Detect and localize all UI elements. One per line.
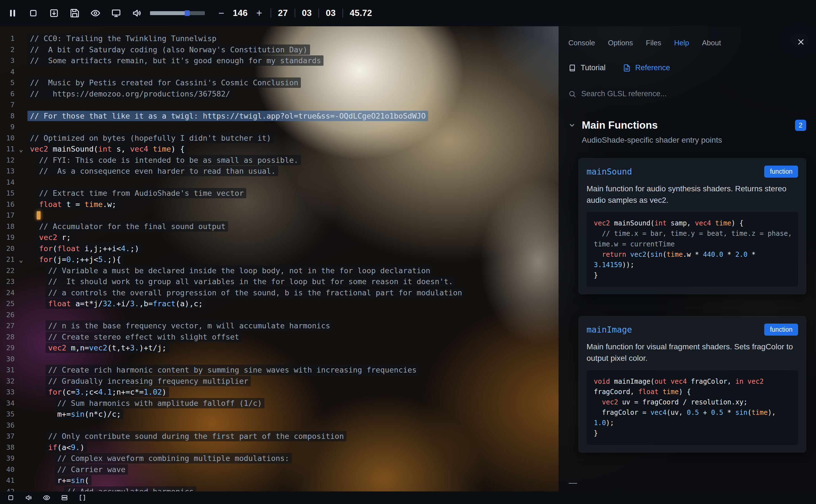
code-line-21[interactable]: 21⌄ for(j=0.;++j<5.;){ bbox=[0, 254, 559, 265]
preview-button[interactable] bbox=[85, 0, 106, 26]
search-icon bbox=[568, 90, 576, 98]
code-line-16[interactable]: 16 float t = time.w; bbox=[0, 199, 559, 210]
section-subtitle: AudioShade-specific shader entry points bbox=[582, 136, 806, 145]
panel-nav-console[interactable]: Console bbox=[568, 39, 595, 47]
code-line-31[interactable]: 31 // Create rich harmonic content by su… bbox=[0, 364, 559, 376]
volume-icon bbox=[25, 494, 32, 501]
tempo-increase-button[interactable]: + bbox=[251, 0, 267, 26]
save-button[interactable] bbox=[64, 0, 85, 26]
panel-nav: ConsoleOptionsFilesHelpAbout bbox=[568, 26, 806, 47]
code-line-30[interactable]: 30 bbox=[0, 354, 559, 365]
reference-card-mainImage: mainImagefunctionMain function for visua… bbox=[579, 316, 806, 452]
code-line-11[interactable]: 11⌄vec2 mainSound(int s, vec4 time) { bbox=[0, 143, 559, 155]
tempo-decrease-button[interactable]: − bbox=[213, 0, 229, 26]
code-line-3[interactable]: 3// Some artifacts remain, but it's good… bbox=[0, 55, 559, 66]
chevron-down-icon[interactable] bbox=[568, 122, 576, 129]
eye-icon bbox=[43, 494, 50, 501]
code-line-39[interactable]: 39 // Complex waveform combining multipl… bbox=[0, 453, 559, 464]
code-line-33[interactable]: 33 for(c=3.;c<4.1;n+=c*=1.02) bbox=[0, 387, 559, 398]
panel-nav-help[interactable]: Help bbox=[674, 39, 689, 47]
panel-nav-about[interactable]: About bbox=[702, 39, 721, 47]
stop-button-bottom[interactable] bbox=[3, 491, 18, 504]
code-line-37[interactable]: 37 // Only contribute sound during the f… bbox=[0, 431, 559, 442]
code-line-10[interactable]: 10// Optimized on bytes (hopefully I did… bbox=[0, 133, 559, 144]
toolbar-divider bbox=[270, 9, 271, 18]
code-line-12[interactable]: 12 // FYI: This code is intended to be a… bbox=[0, 155, 559, 166]
stop-icon bbox=[28, 8, 38, 18]
code-editor[interactable]: 1// CC0: Trailing the Twinkling Tunnelwi… bbox=[0, 26, 559, 491]
audio-button-bottom[interactable] bbox=[21, 491, 36, 504]
code-line-42[interactable]: 42 // Add accumulated harmonics bbox=[0, 486, 559, 492]
search-box[interactable] bbox=[568, 90, 806, 98]
code-line-34[interactable]: 34 // Sum harmonics with amplitude fallo… bbox=[0, 398, 559, 409]
volume-slider[interactable] bbox=[150, 11, 205, 15]
code-line-20[interactable]: 20 for(float i,j;++i<4.;) bbox=[0, 243, 559, 254]
pause-button[interactable] bbox=[2, 0, 23, 26]
panel-nav-files[interactable]: Files bbox=[646, 39, 661, 47]
tab-tutorial[interactable]: Tutorial bbox=[568, 63, 606, 72]
stop-icon bbox=[7, 494, 15, 501]
volume-slider-fill bbox=[150, 11, 187, 15]
file-text-icon bbox=[623, 64, 631, 72]
code-brackets-icon bbox=[79, 494, 86, 501]
preview-button-bottom[interactable] bbox=[39, 491, 54, 504]
code-line-4[interactable]: 4 bbox=[0, 66, 559, 77]
code-line-28[interactable]: 28 // Create stereo effect with slight o… bbox=[0, 331, 559, 343]
code-line-7[interactable]: 7 bbox=[0, 99, 559, 110]
code-line-22[interactable]: 22 // Variable a must be declared inside… bbox=[0, 265, 559, 276]
code-line-26[interactable]: 26 bbox=[0, 309, 559, 321]
section-count-badge: 2 bbox=[795, 120, 806, 131]
stop-button[interactable] bbox=[23, 0, 44, 26]
code-line-1[interactable]: 1// CC0: Trailing the Twinkling Tunnelwi… bbox=[0, 33, 559, 44]
code-line-18[interactable]: 18 // Accumulator for the final sound ou… bbox=[0, 221, 559, 232]
time-beat-value: 03 bbox=[302, 8, 312, 18]
code-line-35[interactable]: 35 m+=sin(n*c)/c; bbox=[0, 409, 559, 420]
code-line-2[interactable]: 2// A bit of Saturday coding (also Norwa… bbox=[0, 44, 559, 55]
reference-card-mainSound: mainSoundfunctionMain function for audio… bbox=[579, 158, 806, 294]
code-line-5[interactable]: 5// Music by Pestis created for Cassini'… bbox=[0, 77, 559, 88]
display-button[interactable] bbox=[106, 0, 126, 26]
code-line-9[interactable]: 9 bbox=[0, 121, 559, 133]
eye-icon bbox=[90, 8, 100, 18]
code-line-41[interactable]: 41 r+=sin( bbox=[0, 475, 559, 486]
volume-slider-thumb[interactable] bbox=[185, 10, 190, 16]
time-phase-value: 03 bbox=[326, 8, 335, 18]
toolbar-divider bbox=[342, 9, 343, 18]
export-icon bbox=[49, 8, 59, 18]
close-panel-button[interactable] bbox=[796, 37, 805, 47]
code-line-17[interactable]: 17 bbox=[0, 210, 559, 221]
code-line-25[interactable]: 25 float a=t*j/32.+i/3.,b=fract(a),c; bbox=[0, 298, 559, 309]
panel-resize-handle[interactable]: — bbox=[569, 478, 577, 487]
code-line-23[interactable]: 23 // It should work to group all variab… bbox=[0, 276, 559, 287]
section-title: Main Functions bbox=[582, 119, 658, 131]
reference-panel: ConsoleOptionsFilesHelpAbout Tutorial Re… bbox=[559, 26, 816, 491]
code-line-15[interactable]: 15 // Extract time from AudioShade's tim… bbox=[0, 188, 559, 199]
toolbar-divider bbox=[318, 9, 319, 18]
search-input[interactable] bbox=[581, 90, 760, 98]
panel-tabs: Tutorial Reference bbox=[568, 63, 806, 72]
code-line-24[interactable]: 24 // a controls the overall progression… bbox=[0, 287, 559, 298]
code-line-19[interactable]: 19 vec2 r; bbox=[0, 232, 559, 243]
panel-nav-options[interactable]: Options bbox=[608, 39, 633, 47]
editor-layout-button[interactable] bbox=[74, 491, 90, 504]
layout-button[interactable] bbox=[57, 491, 72, 504]
audio-button[interactable] bbox=[126, 0, 147, 26]
export-button[interactable] bbox=[44, 0, 64, 26]
code-line-36[interactable]: 36 bbox=[0, 420, 559, 431]
code-line-38[interactable]: 38 if(a<9.) bbox=[0, 442, 559, 453]
code-line-32[interactable]: 32 // Gradually increasing frequency mul… bbox=[0, 376, 559, 387]
code-line-6[interactable]: 6// https://demozoo.org/productions/3675… bbox=[0, 88, 559, 100]
code-line-14[interactable]: 14 bbox=[0, 177, 559, 188]
save-icon bbox=[70, 8, 80, 18]
code-line-40[interactable]: 40 // Carrier wave bbox=[0, 464, 559, 475]
tab-reference[interactable]: Reference bbox=[623, 63, 670, 72]
layout-rows-icon bbox=[61, 494, 68, 501]
code-line-27[interactable]: 27 // n is the base frequency vector, m … bbox=[0, 320, 559, 331]
section-header[interactable]: Main Functions 2 bbox=[568, 119, 806, 131]
tempo-value: 146 bbox=[233, 8, 248, 18]
time-bar-value: 27 bbox=[278, 8, 288, 18]
code-line-29[interactable]: 29 vec2 m,n=vec2(t,t+3.)+t/j; bbox=[0, 342, 559, 354]
code-line-13[interactable]: 13 // As a consequence even harder to re… bbox=[0, 166, 559, 177]
code-lines: 1// CC0: Trailing the Twinkling Tunnelwi… bbox=[0, 33, 559, 491]
code-line-8[interactable]: 8// For those that like it as a twigl: h… bbox=[0, 110, 559, 122]
